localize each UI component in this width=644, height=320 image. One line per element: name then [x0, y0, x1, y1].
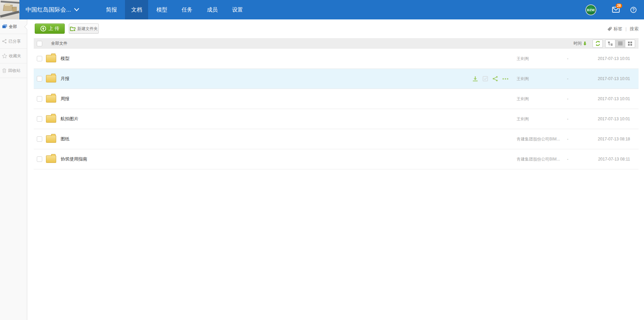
sidebar-item-favorites[interactable]: 收藏夹: [0, 49, 27, 63]
file-row[interactable]: 航拍图片 王剑阁 - 2017-07-13 10:01: [34, 109, 639, 129]
refresh-button[interactable]: [593, 40, 603, 48]
tab-models[interactable]: 模型: [150, 0, 173, 19]
row-checkbox[interactable]: [37, 156, 42, 162]
toolbar-right: 标签 | 搜索: [607, 19, 639, 38]
file-name[interactable]: 协筑使用指南: [61, 156, 87, 162]
file-time: 2017-07-13 08:11: [598, 157, 630, 162]
tab-tasks[interactable]: 任务: [175, 0, 199, 19]
file-time: 2017-07-13 10:01: [598, 117, 630, 121]
sort-label: 时间: [574, 41, 582, 46]
new-folder-button[interactable]: 新建文件夹: [69, 24, 99, 34]
tags-button[interactable]: 标签: [607, 26, 623, 32]
all-files-icon: [2, 24, 7, 29]
search-label: 搜索: [630, 26, 639, 32]
thumbnail-building: [5, 3, 10, 6]
share-button[interactable]: [492, 76, 498, 81]
download-button[interactable]: [472, 76, 478, 81]
project-title: 中国红岛国际会...: [26, 6, 71, 14]
left-sidebar: 全部 已分享 收藏夹 回收站: [0, 19, 27, 320]
row-actions: [472, 76, 508, 81]
download-icon: [472, 76, 478, 81]
list-view-button[interactable]: [615, 40, 625, 48]
tab-briefing[interactable]: 简报: [100, 0, 123, 19]
search-button[interactable]: 搜索: [630, 26, 639, 32]
refresh-icon: [595, 41, 601, 46]
main-content: 上 传 新建文件夹 标签 |: [27, 19, 644, 320]
file-owner: 王剑阁: [517, 56, 566, 62]
row-checkbox[interactable]: [37, 76, 42, 81]
main-nav-tabs: 简报 文档 模型 任务 成员 设置: [99, 0, 250, 19]
select-all-checkbox[interactable]: [37, 41, 42, 46]
file-name[interactable]: 图纸: [61, 136, 69, 142]
upload-button[interactable]: 上 传: [35, 24, 65, 34]
more-dots-icon: [502, 78, 508, 80]
sidebar-item-label: 已分享: [9, 39, 21, 44]
sidebar-item-label: 收藏夹: [9, 53, 21, 59]
share-icon: [2, 39, 7, 44]
file-row[interactable]: 协筑使用指南 青建集团股份公司BIM... - 2017-07-13 08:11: [34, 149, 639, 169]
file-owner: 青建集团股份公司BIM...: [517, 156, 566, 162]
upload-label: 上 传: [49, 26, 60, 32]
file-size: -: [567, 76, 568, 81]
tags-label: 标签: [614, 26, 623, 32]
trash-icon: [2, 68, 6, 73]
folder-icon: [46, 95, 56, 103]
new-folder-label: 新建文件夹: [77, 26, 98, 32]
project-thumbnail[interactable]: [0, 0, 19, 19]
list-view-icon: [618, 42, 623, 45]
file-row[interactable]: 模型 王剑阁 - 2017-07-13 10:01: [34, 49, 639, 69]
folder-icon: [46, 135, 56, 143]
sort-desc-icon: [583, 41, 587, 46]
help-button[interactable]: ?: [630, 7, 637, 13]
file-owner: 王剑阁: [517, 96, 566, 102]
file-name[interactable]: 月报: [61, 76, 69, 82]
row-checkbox[interactable]: [37, 116, 42, 122]
file-time: 2017-07-13 10:01: [598, 96, 630, 101]
messages-button[interactable]: 28: [612, 6, 620, 13]
tree-view-button[interactable]: [605, 40, 615, 48]
tag-icon: [607, 27, 612, 31]
row-checkbox[interactable]: [37, 96, 42, 102]
thumbnail-building: [12, 7, 17, 12]
list-header: 全部文件 时间: [34, 38, 639, 49]
tab-members[interactable]: 成员: [201, 0, 224, 19]
list-header-controls: 时间: [574, 38, 635, 49]
rename-check-icon: [483, 76, 488, 81]
bim-logo[interactable]: BIM: [585, 4, 596, 15]
tab-settings[interactable]: 设置: [226, 0, 249, 19]
sidebar-item-shared[interactable]: 已分享: [0, 34, 27, 49]
folder-icon: [46, 115, 56, 123]
file-owner: 青建集团股份公司BIM...: [517, 136, 566, 142]
file-row[interactable]: 图纸 青建集团股份公司BIM... - 2017-07-13 08:18: [34, 129, 639, 149]
thumbnail-road: [0, 11, 19, 18]
notification-badge: 28: [616, 3, 622, 8]
file-list: 全部文件 时间: [34, 38, 639, 169]
sidebar-item-all[interactable]: 全部: [0, 19, 27, 34]
file-name[interactable]: 模型: [61, 56, 69, 62]
sort-by-time[interactable]: 时间: [574, 41, 587, 46]
tree-view-icon: [608, 41, 613, 46]
file-size: -: [567, 96, 568, 101]
more-actions-button[interactable]: [502, 78, 508, 80]
file-size: -: [567, 56, 568, 61]
row-checkbox[interactable]: [37, 56, 42, 61]
tab-documents[interactable]: 文档: [125, 0, 148, 19]
file-row[interactable]: 周报 王剑阁 - 2017-07-13 10:01: [34, 89, 639, 109]
navbar-right-icons: BIM 28 ?: [585, 0, 637, 19]
project-switcher[interactable]: 中国红岛国际会...: [26, 6, 79, 14]
row-checkbox[interactable]: [37, 136, 42, 142]
folder-icon: [46, 55, 56, 62]
sidebar-item-recycle[interactable]: 回收站: [0, 63, 27, 78]
grid-view-button[interactable]: [625, 40, 635, 48]
folder-icon: [46, 75, 56, 82]
help-icon: ?: [632, 7, 634, 12]
file-time: 2017-07-13 08:18: [598, 137, 630, 141]
file-row-hovered[interactable]: 月报: [34, 69, 639, 89]
sidebar-item-label: 全部: [9, 24, 17, 30]
new-folder-icon: [70, 26, 76, 31]
file-name[interactable]: 周报: [61, 96, 69, 102]
file-time: 2017-07-13 10:01: [598, 56, 630, 61]
sidebar-item-label: 回收站: [8, 68, 20, 74]
rename-button[interactable]: [483, 76, 488, 81]
file-name[interactable]: 航拍图片: [61, 116, 78, 122]
